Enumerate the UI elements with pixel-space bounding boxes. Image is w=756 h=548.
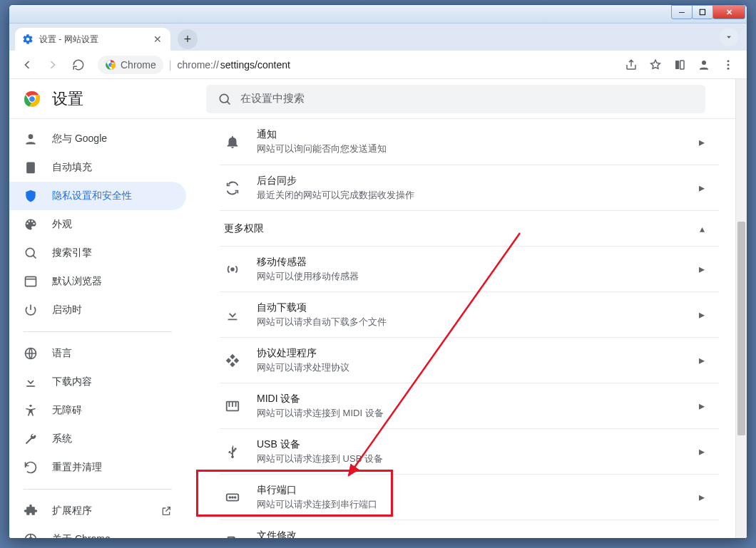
svg-rect-2 [675, 61, 679, 69]
chevron-right-icon: ▸ [699, 308, 705, 321]
serial-port-icon [224, 490, 241, 505]
row-subtitle: 最近关闭的网站可以完成数据收发操作 [257, 189, 683, 202]
sidebar-item-languages[interactable]: 语言 [9, 339, 186, 368]
chevron-right-icon: ▸ [699, 353, 705, 367]
browser-tab[interactable]: 设置 - 网站设置 ✕ [15, 28, 170, 51]
sidebar-item-on-startup[interactable]: 启动时 [9, 296, 186, 324]
svg-rect-23 [235, 401, 237, 406]
kebab-menu-icon[interactable] [717, 53, 740, 76]
row-serial-ports[interactable]: 串行端口 网站可以请求连接到串行端口 ▸ [220, 474, 719, 519]
sidebar-item-you-and-google[interactable]: 您与 Google [9, 125, 186, 153]
sidebar-item-about-chrome[interactable]: 关于 Chrome [9, 525, 186, 538]
sidebar-item-label: 重置并清理 [52, 461, 102, 474]
row-automatic-downloads[interactable]: 自动下载项 网站可以请求自动下载多个文件 ▸ [220, 291, 719, 337]
section-more-permissions[interactable]: 更多权限 ▴ [220, 210, 719, 246]
shield-icon [24, 189, 38, 203]
settings-search-input[interactable]: 在设置中搜索 [206, 85, 705, 113]
row-subtitle: 网站可以请求自动下载多个文件 [257, 316, 683, 329]
row-title: 自动下载项 [257, 301, 683, 314]
row-protocol-handlers[interactable]: 协议处理程序 网站可以请求处理协议 ▸ [220, 337, 719, 383]
power-icon [24, 303, 38, 317]
share-icon[interactable] [620, 53, 643, 76]
sidebar-item-autofill[interactable]: 自动填充 [9, 153, 186, 182]
sidebar-item-label: 语言 [52, 347, 72, 360]
bookmark-star-icon[interactable] [644, 53, 667, 76]
sidebar-item-label: 关于 Chrome [52, 533, 111, 538]
reading-list-icon[interactable] [668, 53, 691, 76]
window-titlebar: ─ ☐ ✕ [9, 5, 747, 24]
new-tab-button[interactable]: + [178, 29, 198, 49]
sidebar-item-downloads[interactable]: 下载内容 [9, 368, 186, 396]
sidebar-item-appearance[interactable]: 外观 [9, 210, 186, 239]
row-file-editing[interactable]: 文件修改 网站可以请求修改您设备上的文件和文件夹 ▸ [220, 519, 719, 538]
chevron-right-icon: ▸ [699, 490, 705, 504]
row-title: 协议处理程序 [257, 347, 683, 360]
site-chip-label: Chrome [121, 59, 156, 71]
row-subtitle: 网站可以请求连接到 MIDI 设备 [257, 407, 683, 420]
back-button[interactable] [16, 54, 38, 76]
row-subtitle: 网站可以请求处理协议 [257, 361, 683, 374]
sidebar-item-label: 下载内容 [52, 376, 92, 388]
gear-icon [22, 33, 34, 45]
tab-title: 设置 - 网站设置 [39, 33, 146, 46]
sidebar-item-label: 系统 [52, 433, 72, 445]
row-subtitle: 网站可以请求连接到 USB 设备 [257, 453, 683, 465]
download-icon [224, 307, 241, 323]
chevron-right-icon: ▸ [699, 135, 705, 149]
window-close-button[interactable]: ✕ [712, 5, 745, 19]
row-subtitle: 网站可以询问能否向您发送通知 [257, 143, 683, 155]
sidebar-item-label: 外观 [52, 218, 72, 231]
scrollbar-thumb[interactable] [737, 222, 745, 435]
row-motion-sensors[interactable]: 移动传感器 网站可以使用移动传感器 ▸ [220, 246, 719, 291]
sidebar-item-default-browser[interactable]: 默认浏览器 [9, 267, 186, 296]
reload-button[interactable] [68, 54, 89, 76]
row-usb-devices[interactable]: USB 设备 网站可以请求连接到 USB 设备 ▸ [220, 428, 719, 474]
bell-icon [224, 134, 241, 150]
sidebar-item-system[interactable]: 系统 [9, 425, 186, 453]
row-notifications[interactable]: 通知 网站可以询问能否向您发送通知 ▸ [220, 119, 719, 165]
settings-sidebar: 您与 Google 自动填充 隐私设置和安全性 外观 搜索引擎 [9, 119, 192, 538]
row-title: 后台同步 [257, 175, 683, 187]
svg-rect-21 [229, 401, 230, 406]
browser-window: ─ ☐ ✕ 设置 - 网站设置 ✕ + [9, 4, 747, 539]
accessibility-icon [24, 403, 38, 418]
window-minimize-button[interactable]: ─ [671, 5, 693, 19]
url-scheme: chrome:// [177, 59, 218, 71]
sidebar-item-privacy-security[interactable]: 隐私设置和安全性 [9, 182, 186, 210]
sidebar-item-extensions[interactable]: 扩展程序 [9, 497, 186, 525]
forward-button[interactable] [42, 54, 63, 76]
url-path: settings/content [220, 59, 290, 71]
toolbar: Chrome | chrome://settings/content [9, 51, 747, 79]
tab-search-button[interactable] [720, 28, 738, 46]
search-icon [24, 246, 38, 260]
external-link-icon [160, 505, 172, 517]
row-subtitle: 网站可以使用移动传感器 [257, 270, 683, 283]
chevron-right-icon: ▸ [699, 262, 705, 276]
site-identity-chip[interactable]: Chrome [98, 56, 163, 74]
sidebar-divider [24, 489, 172, 490]
page-scrollbar[interactable] [735, 79, 747, 538]
svg-point-16 [29, 405, 31, 407]
row-background-sync[interactable]: 后台同步 最近关闭的网站可以完成数据收发操作 ▸ [220, 165, 719, 210]
sidebar-item-label: 自动填充 [52, 161, 92, 174]
address-bar[interactable]: Chrome | chrome://settings/content [93, 54, 615, 76]
chevron-right-icon: ▸ [699, 399, 705, 413]
window-maximize-button[interactable]: ☐ [692, 5, 713, 19]
svg-point-25 [229, 497, 230, 498]
row-title: 通知 [257, 128, 683, 141]
profile-avatar-icon[interactable] [693, 53, 715, 76]
clipboard-icon [24, 160, 38, 175]
row-title: 移动传感器 [257, 256, 683, 269]
svg-rect-3 [680, 61, 684, 69]
settings-header: 设置 在设置中搜索 [9, 79, 747, 119]
row-title: MIDI 设备 [257, 393, 683, 405]
chevron-right-icon: ▸ [699, 445, 705, 458]
settings-content[interactable]: 通知 网站可以询问能否向您发送通知 ▸ 后台同步 最近关闭的网站可以完成数据收发… [192, 119, 747, 538]
sidebar-item-label: 默认浏览器 [52, 275, 102, 288]
sidebar-item-search-engine[interactable]: 搜索引擎 [9, 239, 186, 267]
svg-point-19 [231, 268, 234, 271]
sidebar-item-reset[interactable]: 重置并清理 [9, 453, 186, 482]
tab-close-button[interactable]: ✕ [152, 33, 163, 45]
sidebar-item-accessibility[interactable]: 无障碍 [9, 396, 186, 425]
row-midi-devices[interactable]: MIDI 设备 网站可以请求连接到 MIDI 设备 ▸ [220, 383, 719, 428]
